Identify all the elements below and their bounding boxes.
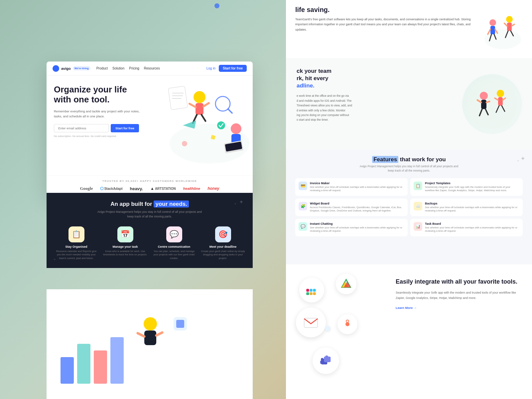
nav-link-solution[interactable]: Solution	[112, 66, 124, 70]
dark-feature-manage: 📅 Manage your task Know who is available…	[103, 226, 148, 260]
slack-bubble	[299, 278, 324, 303]
integration-text-area: Easily integrate with all your favorite …	[392, 264, 532, 399]
nav-link-product[interactable]: Product	[96, 66, 108, 70]
svg-line-54	[190, 104, 196, 107]
svg-rect-69	[110, 337, 124, 384]
taskboard-icon: 📊	[414, 222, 422, 231]
dark-features-grid: 📋 Stay Organised Resource calendar and R…	[54, 226, 245, 260]
logo-healthline: healthline	[183, 187, 200, 191]
svg-point-70	[144, 317, 157, 331]
feature-title-manage: Manage your task	[103, 245, 148, 248]
organised-icon: 📋	[68, 226, 84, 242]
feature-title-deadline: Meet your deadline	[200, 245, 245, 248]
small-dot-decoration	[214, 3, 219, 8]
svg-line-73	[156, 332, 162, 335]
hubspot-bubble	[337, 314, 357, 334]
dark-title-area: An app built for your needs. Avigo Proje…	[54, 201, 245, 219]
feature-title-organised: Stay Organised	[54, 245, 99, 248]
feature-text-templates: Seamlessly integrate your Softr app with…	[425, 186, 519, 193]
login-button[interactable]: Log in	[206, 66, 215, 70]
dark-feature-communicate: 💬 Centre communication You can plan, sch…	[152, 226, 197, 260]
feature-title-backups: Backups	[425, 202, 519, 205]
invoice-icon: 💳	[299, 182, 307, 190]
nav-badge: We're hiring	[73, 66, 90, 70]
features-section: ✦ ✦ Features that work for you Avigo Pro…	[286, 150, 532, 264]
email-input[interactable]	[54, 124, 109, 132]
svg-line-17	[486, 101, 489, 102]
logo-stackadapt: ⬡ StackAdapt	[100, 186, 122, 191]
nav-link-pricing[interactable]: Pricing	[129, 66, 139, 70]
chat-icon: 💬	[299, 222, 307, 231]
feature-text-manage: Know who is available for work. Use time…	[103, 250, 148, 257]
svg-point-43	[321, 358, 324, 361]
feature-text-backups: See whether your time-off schedule overl…	[425, 206, 519, 213]
feature-card-chat: 💬 Instant Chatting See whether your time…	[295, 219, 408, 236]
feature-title-chat: Instant Chatting	[310, 222, 404, 225]
svg-rect-26	[306, 289, 309, 291]
right-top-section: life saving. TeamGantt's free gantt char…	[286, 0, 532, 57]
right-top-body: TeamGantt's free gantt chart software le…	[295, 17, 476, 32]
feature-text-deadline: Create your gantt chart online by simply…	[200, 250, 245, 260]
svg-rect-75	[176, 320, 184, 328]
features-title-rest: that work for you	[400, 156, 446, 163]
logo-icon	[53, 65, 59, 72]
feature-card-taskboard: 📊 Task Board See whether your time-off s…	[410, 219, 523, 236]
integration-body: Seamlessly integrate your Softr app with…	[396, 290, 523, 301]
integration-bubbles-area	[286, 264, 392, 399]
svg-line-72	[138, 333, 144, 336]
svg-rect-30	[313, 289, 316, 291]
hero-illustration	[156, 77, 253, 172]
small-dot	[325, 326, 331, 331]
nav-actions: Log in Start for free	[206, 65, 247, 72]
svg-point-14	[480, 92, 488, 100]
svg-rect-28	[306, 292, 309, 295]
features-grid: 💳 Invoice Maker See whether your time-of…	[295, 178, 523, 236]
svg-line-55	[203, 103, 209, 106]
dark-title-prefix: An app built for	[110, 201, 154, 207]
team-body: e work time at the office and on the go …	[297, 93, 444, 122]
widget-icon: 🧩	[299, 202, 307, 210]
svg-point-64	[182, 141, 187, 146]
svg-line-51	[228, 109, 232, 113]
svg-rect-2	[490, 26, 495, 34]
svg-rect-68	[94, 350, 107, 384]
hero-subtitle: Remember everything and tackle any proje…	[54, 109, 142, 119]
sparkle-icon-2: ✦	[517, 159, 519, 163]
feature-text-communicate: You can plan, schedule, and manage your …	[152, 250, 197, 260]
trusted-label: TRUSTED BY 20,000+ HAPPY CUSTOMERS WORLD…	[53, 180, 247, 183]
svg-point-1	[489, 19, 496, 26]
team-title: ck your team rk, hit every adline.	[297, 67, 444, 89]
backups-icon: ☁️	[414, 202, 422, 210]
svg-point-65	[217, 121, 225, 129]
hero-text: Organize your life with one tool. Rememb…	[54, 85, 142, 138]
features-highlight: Features	[372, 156, 398, 163]
start-free-button[interactable]: Start for free	[219, 65, 247, 72]
manage-icon: 📅	[117, 226, 133, 242]
nav-logo: avigo We're hiring	[53, 65, 90, 72]
logo-heavy: heavy.	[130, 186, 143, 191]
logo-text: avigo	[61, 66, 71, 70]
main-panel: avigo We're hiring Product Solution Pric…	[47, 62, 253, 196]
hero-form: Start for free	[54, 124, 142, 132]
integration-title: Easily integrate with all your favorite …	[396, 278, 523, 286]
sparkle-icon-1: ✦	[520, 155, 525, 162]
svg-rect-67	[77, 344, 90, 384]
team-illustration	[452, 58, 532, 150]
navigation: avigo We're hiring Product Solution Pric…	[47, 62, 253, 75]
hero-cta-button[interactable]: Start for free	[111, 124, 139, 132]
svg-point-58	[231, 123, 241, 134]
hero-note: No subscription. No annual fees. No cred…	[54, 135, 142, 138]
sparkle-dark-3: ✦	[53, 258, 56, 261]
nav-link-resources[interactable]: Resources	[144, 66, 160, 70]
bottom-section	[47, 289, 253, 399]
gdrive-bubble	[336, 274, 356, 294]
integration-section: Easily integrate with all your favorite …	[286, 264, 532, 399]
feature-title-communicate: Centre communication	[152, 245, 197, 248]
features-title: Features that work for you	[295, 156, 523, 163]
learn-more-button[interactable]: Learn More →	[396, 306, 417, 310]
deadline-icon: 🎯	[215, 226, 231, 242]
teams-bubble	[313, 347, 339, 374]
communicate-icon: 💬	[166, 226, 182, 242]
svg-point-20	[497, 90, 504, 97]
svg-line-57	[201, 115, 205, 121]
